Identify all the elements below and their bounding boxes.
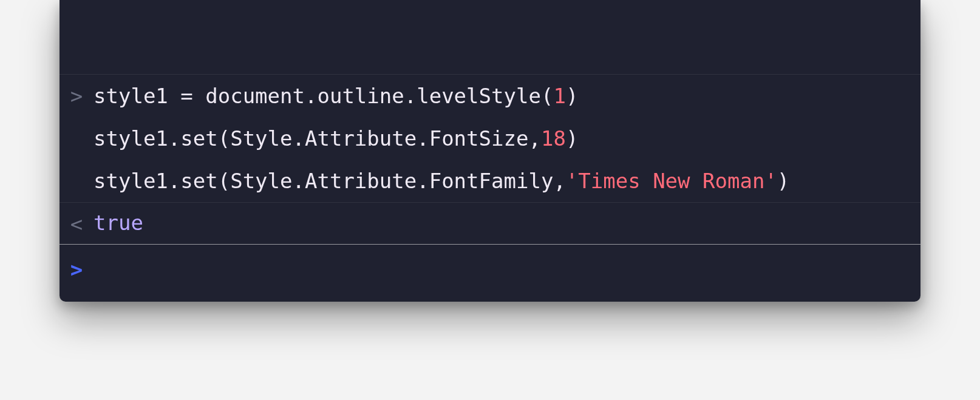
code-token: ) [566, 126, 578, 151]
active-prompt-block[interactable]: > [60, 244, 920, 293]
active-prompt-icon: > [60, 258, 94, 280]
output-code: true [94, 212, 920, 233]
input-prompt-icon: > [60, 84, 94, 106]
code-token: ) [566, 84, 578, 108]
code-token: ) [777, 169, 789, 193]
code-token: style1 = document.outline.levelStyle( [94, 84, 553, 108]
code-line: style1 = document.outline.levelStyle(1) [94, 84, 908, 127]
code-token: style1.set(Style.Attribute.FontFamily, [94, 169, 566, 193]
code-line: style1.set(Style.Attribute.FontFamily,'T… [94, 169, 908, 192]
code-token-boolean: true [94, 211, 143, 235]
code-token-string: 'Times New Roman' [566, 169, 777, 193]
code-token-number: 1 [553, 84, 565, 108]
output-block: < true [60, 202, 920, 244]
code-line: style1.set(Style.Attribute.FontSize,18) [94, 127, 908, 169]
console-panel: > style1 = document.outline.levelStyle(1… [60, 0, 920, 302]
output-prompt-icon: < [60, 212, 94, 234]
code-token: style1.set(Style.Attribute.FontSize, [94, 126, 541, 151]
input-code: style1 = document.outline.levelStyle(1)s… [94, 84, 920, 192]
scrollback-spacer [60, 0, 920, 74]
code-token-number: 18 [541, 126, 566, 151]
input-block: > style1 = document.outline.levelStyle(1… [60, 74, 920, 202]
